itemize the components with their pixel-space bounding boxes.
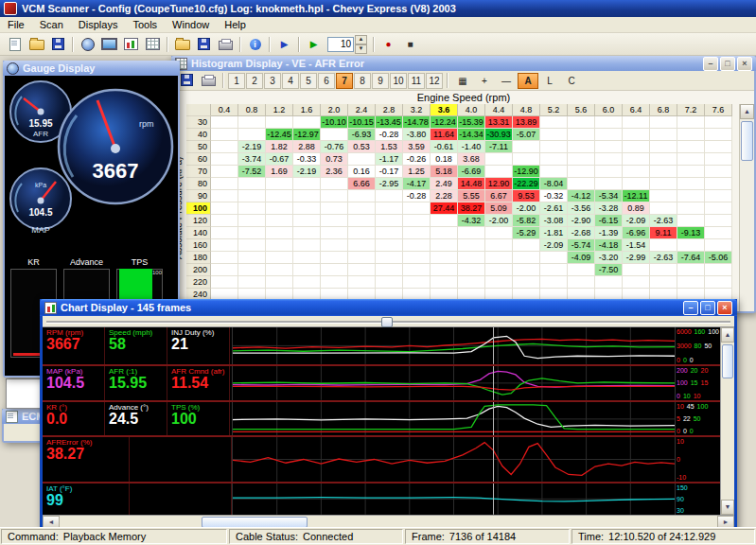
histogram-tool-c[interactable]: C (561, 73, 582, 89)
histogram-cell[interactable] (540, 252, 568, 264)
maximize-icon[interactable]: □ (720, 57, 735, 71)
histogram-cell[interactable]: -13.45 (376, 116, 403, 129)
histogram-cell[interactable]: 0.53 (348, 141, 376, 153)
chart-param[interactable]: RPM (rpm)3667 (43, 327, 105, 364)
histogram-tab-10[interactable]: 10 (390, 73, 407, 89)
histogram-cell[interactable] (238, 202, 266, 215)
chart-plot[interactable] (232, 483, 675, 515)
histogram-tab-7[interactable]: 7 (336, 73, 353, 89)
histogram-cell[interactable] (623, 178, 650, 190)
histogram-cell[interactable] (321, 129, 348, 141)
histogram-cell[interactable]: 13.89 (513, 116, 540, 129)
histogram-cell[interactable] (458, 252, 485, 264)
menu-file[interactable]: File (0, 18, 32, 31)
histogram-column-header[interactable]: 6.0 (595, 104, 623, 116)
histogram-cell[interactable] (266, 252, 293, 264)
histogram-cell[interactable] (211, 190, 238, 202)
chart-param[interactable]: AFRError (%)38.27 (43, 437, 130, 482)
histogram-cell[interactable] (431, 215, 458, 227)
scroll-up-icon[interactable]: ▲ (740, 104, 754, 119)
histogram-row-header[interactable]: 50 (186, 141, 211, 153)
histogram-cell[interactable] (677, 178, 705, 190)
histogram-cell[interactable] (211, 129, 238, 141)
histogram-cell[interactable]: -8.04 (540, 178, 568, 190)
histogram-cell[interactable]: -5.29 (513, 227, 540, 239)
histogram-cell[interactable] (568, 166, 595, 178)
histogram-cell[interactable]: 12.90 (485, 178, 513, 190)
histogram-cell[interactable] (568, 153, 595, 166)
histogram-column-header[interactable]: 2.0 (321, 104, 348, 116)
histogram-cell[interactable]: -0.28 (403, 190, 431, 202)
histogram-cell[interactable]: 5.18 (431, 166, 458, 178)
histogram-cell[interactable]: 13.31 (485, 116, 513, 129)
histogram-cell[interactable] (293, 239, 321, 252)
histogram-cell[interactable] (266, 202, 293, 215)
histogram-cell[interactable] (540, 276, 568, 289)
histogram-cell[interactable]: 0.18 (431, 153, 458, 166)
chart-horizontal-scrollbar[interactable]: ◄ ► (43, 515, 734, 527)
histogram-cell[interactable]: -3.74 (238, 153, 266, 166)
histogram-cell[interactable]: -0.33 (293, 153, 321, 166)
histogram-column-header[interactable]: 5.6 (568, 104, 595, 116)
histogram-cell[interactable] (266, 276, 293, 289)
printer-button[interactable] (198, 73, 219, 89)
histogram-cell[interactable] (677, 166, 705, 178)
histogram-column-header[interactable]: 1.6 (293, 104, 321, 116)
chart-param[interactable]: KR (°)0.0 (43, 402, 105, 436)
playback-position-slider[interactable] (43, 316, 734, 327)
histogram-tool-a[interactable]: A (518, 73, 538, 89)
histogram-cell[interactable]: 38.27 (458, 202, 485, 215)
histogram-cell[interactable]: 1.82 (266, 141, 293, 153)
histogram-cell[interactable]: -3.56 (568, 202, 595, 215)
histogram-cell[interactable] (238, 252, 266, 264)
histogram-cell[interactable] (211, 153, 238, 166)
histogram-cell[interactable] (238, 178, 266, 190)
histogram-cell[interactable] (568, 129, 595, 141)
histogram-cell[interactable] (211, 252, 238, 264)
chart-plot[interactable] (232, 402, 675, 436)
scroll-right-icon[interactable]: ► (717, 516, 734, 527)
histogram-cell[interactable]: -7.52 (238, 166, 266, 178)
histogram-cell[interactable] (568, 178, 595, 190)
histogram-row-header[interactable]: 120 (186, 215, 211, 227)
histogram-cell[interactable] (705, 178, 732, 190)
histogram-cell[interactable] (485, 153, 513, 166)
histogram-cell[interactable] (376, 215, 403, 227)
histogram-cell[interactable] (677, 141, 705, 153)
histogram-cell[interactable] (211, 215, 238, 227)
histogram-cell[interactable] (376, 227, 403, 239)
histogram-cell[interactable] (238, 116, 266, 129)
histogram-cell[interactable]: -12.45 (266, 129, 293, 141)
histogram-cell[interactable]: -2.09 (623, 215, 650, 227)
histogram-cell[interactable] (677, 215, 705, 227)
histogram-cell[interactable] (677, 202, 705, 215)
chart-param[interactable]: IAT (°F)99 (43, 483, 130, 515)
histogram-cell[interactable]: -6.93 (348, 129, 376, 141)
histogram-cell[interactable]: 27.44 (431, 202, 458, 215)
histogram-cell[interactable]: -5.34 (595, 190, 623, 202)
histogram-tab-8[interactable]: 8 (354, 73, 371, 89)
histogram-cell[interactable]: -1.54 (623, 239, 650, 252)
histogram-cell[interactable] (211, 227, 238, 239)
histogram-column-header[interactable]: 5.2 (540, 104, 568, 116)
histogram-cell[interactable] (677, 239, 705, 252)
histogram-column-header[interactable]: 0.8 (238, 104, 266, 116)
histogram-cell[interactable] (650, 166, 677, 178)
histogram-cell[interactable] (568, 141, 595, 153)
histogram-cell[interactable] (595, 166, 623, 178)
histogram-cell[interactable] (540, 141, 568, 153)
menu-scan[interactable]: Scan (32, 18, 71, 31)
histogram-cell[interactable]: -5.74 (568, 239, 595, 252)
histogram-cell[interactable] (211, 166, 238, 178)
histogram-cell[interactable]: -1.17 (376, 153, 403, 166)
histogram-cell[interactable]: 14.48 (458, 178, 485, 190)
histogram-cell[interactable]: -5.06 (705, 252, 732, 264)
histogram-cell[interactable] (376, 276, 403, 289)
histogram-cell[interactable] (650, 239, 677, 252)
histogram-cell[interactable] (650, 129, 677, 141)
histogram-cell[interactable] (293, 178, 321, 190)
histogram-row-header[interactable]: 180 (186, 252, 211, 264)
histogram-cell[interactable]: -2.00 (513, 202, 540, 215)
histogram-column-header[interactable]: 3.2 (403, 104, 431, 116)
histogram-cell[interactable]: -5.07 (513, 129, 540, 141)
